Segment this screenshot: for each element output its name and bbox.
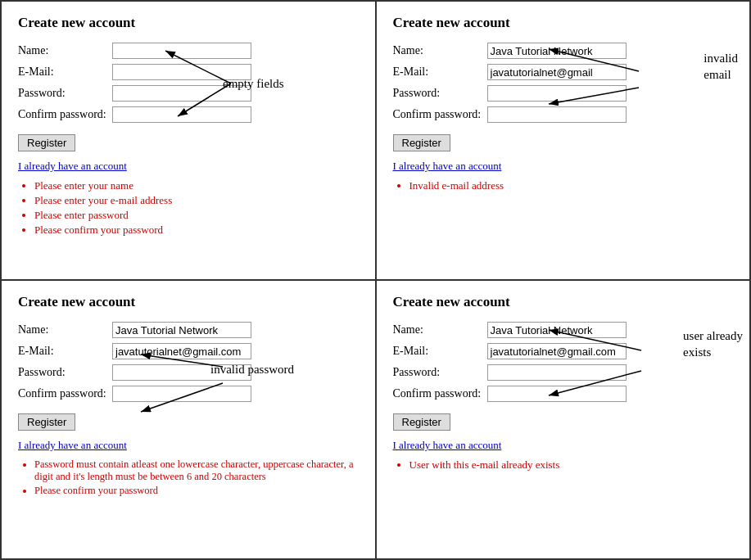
label-password-4: Password:	[393, 366, 487, 379]
label-password-3: Password:	[18, 366, 112, 379]
annotation-3: invalid password	[210, 363, 294, 377]
error-item: User with this e-mail already exists	[409, 458, 734, 472]
input-email-2[interactable]	[487, 64, 627, 80]
label-email-2: E-Mail:	[393, 65, 487, 79]
annotation-2: invalid email	[703, 51, 738, 83]
error-item: Please confirm your password	[34, 224, 359, 237]
form-row-email-3: E-Mail:	[18, 343, 359, 359]
form-row-name-1: Name:	[18, 43, 359, 59]
input-confirm-4[interactable]	[487, 386, 627, 402]
account-link-4[interactable]: I already have an account	[393, 439, 734, 452]
register-btn-1[interactable]: Register	[18, 134, 75, 151]
label-email-3: E-Mail:	[18, 345, 112, 358]
error-list-4: User with this e-mail already exists	[393, 458, 734, 472]
panel-1: Create new account Name: E-Mail: Passwor…	[0, 0, 376, 280]
input-password-2[interactable]	[487, 85, 627, 102]
input-confirm-1[interactable]	[112, 106, 251, 123]
label-email-4: E-Mail:	[393, 345, 487, 358]
label-name-1: Name:	[18, 44, 112, 57]
form-row-name-2: Name:	[393, 43, 734, 59]
error-list-3: Password must contain atleast one lowerc…	[18, 458, 359, 497]
panel-2: Create new account Name: E-Mail: Passwor…	[376, 0, 752, 280]
panel-1-title: Create new account	[18, 15, 359, 31]
label-name-2: Name:	[393, 44, 487, 57]
form-row-password-3: Password:	[18, 364, 359, 381]
account-link-3[interactable]: I already have an account	[18, 439, 359, 452]
error-item: Password must contain atleast one lowerc…	[34, 458, 359, 483]
label-password-1: Password:	[18, 87, 112, 100]
error-list-2: Invalid e-mail address	[393, 179, 734, 192]
label-confirm-1: Confirm password:	[18, 108, 112, 121]
form-row-name-3: Name:	[18, 322, 359, 338]
form-row-email-1: E-Mail:	[18, 64, 359, 80]
error-item: Please enter your name	[34, 179, 359, 192]
label-confirm-3: Confirm password:	[18, 387, 112, 400]
error-item: Please enter password	[34, 209, 359, 222]
panel-4: Create new account Name: E-Mail: Passwor…	[376, 280, 752, 560]
input-name-4[interactable]	[487, 322, 627, 338]
label-name-4: Name:	[393, 323, 487, 336]
input-name-1[interactable]	[112, 43, 251, 59]
account-link-2[interactable]: I already have an account	[393, 160, 734, 173]
form-row-confirm-2: Confirm password:	[393, 106, 734, 123]
panel-3: Create new account Name: E-Mail: Passwor…	[0, 280, 376, 560]
form-row-password-2: Password:	[393, 85, 734, 102]
label-password-2: Password:	[393, 87, 487, 100]
input-email-3[interactable]	[112, 343, 251, 359]
form-row-email-2: E-Mail:	[393, 64, 734, 80]
error-item: Please enter your e-mail address	[34, 194, 359, 207]
form-row-password-4: Password:	[393, 364, 734, 381]
error-list-1: Please enter your name Please enter your…	[18, 179, 359, 237]
form-row-email-4: E-Mail:	[393, 343, 734, 359]
form-row-confirm-3: Confirm password:	[18, 386, 359, 402]
register-btn-4[interactable]: Register	[393, 413, 450, 431]
label-name-3: Name:	[18, 323, 112, 336]
annotation-4: user already exists	[683, 328, 743, 360]
input-name-3[interactable]	[112, 322, 251, 338]
input-email-4[interactable]	[487, 343, 627, 359]
panel-4-title: Create new account	[393, 294, 734, 310]
input-name-2[interactable]	[487, 43, 627, 59]
register-btn-3[interactable]: Register	[18, 413, 75, 431]
panel-2-title: Create new account	[393, 15, 734, 31]
account-link-1[interactable]: I already have an account	[18, 160, 359, 173]
form-row-password-1: Password:	[18, 85, 359, 102]
error-item: Please confirm your password	[34, 485, 359, 497]
label-email-1: E-Mail:	[18, 65, 112, 79]
input-password-4[interactable]	[487, 364, 627, 381]
form-row-confirm-1: Confirm password:	[18, 106, 359, 123]
register-btn-2[interactable]: Register	[393, 134, 450, 151]
panel-3-title: Create new account	[18, 294, 359, 310]
error-item: Invalid e-mail address	[409, 179, 734, 192]
main-grid: Create new account Name: E-Mail: Passwor…	[0, 0, 751, 560]
input-confirm-2[interactable]	[487, 106, 627, 123]
input-confirm-3[interactable]	[112, 386, 251, 402]
form-row-name-4: Name:	[393, 322, 734, 338]
label-confirm-2: Confirm password:	[393, 108, 487, 121]
form-row-confirm-4: Confirm password:	[393, 386, 734, 402]
annotation-1: empty fields	[223, 77, 284, 91]
label-confirm-4: Confirm password:	[393, 387, 487, 400]
